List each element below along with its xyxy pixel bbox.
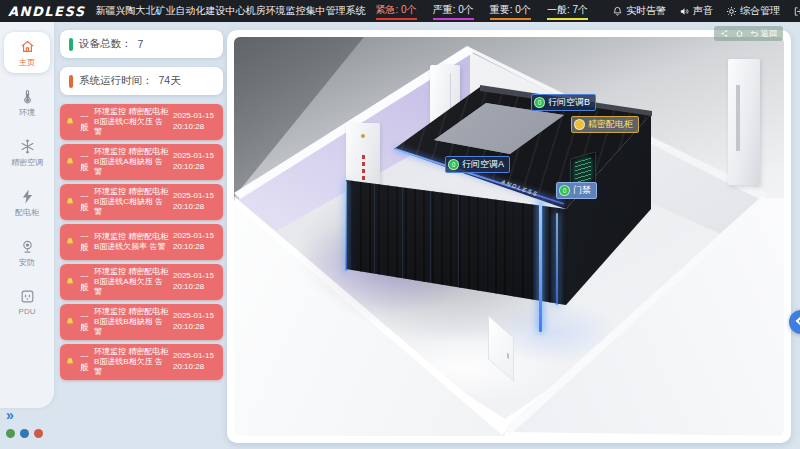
admin-management-button[interactable]: 综合管理 (726, 4, 780, 18)
room-3d-viewport[interactable]: ANDLESS 0 行间空调B 精密配电柜 0 行间空调A 0 门禁 (234, 37, 784, 436)
sound-button[interactable]: 声音 (679, 4, 713, 18)
severity-badge: 一般 (79, 312, 90, 332)
socket-icon (19, 288, 36, 305)
marker-status-dot: 0 (448, 159, 459, 170)
severity-badge: 一般 (79, 112, 90, 132)
sidebar-nav: 主页 环境 精密空调 配电柜 安防 PDU (0, 22, 54, 408)
logout-button[interactable]: 注销(admin) (793, 4, 800, 18)
alarm-date: 2025-01-15 (173, 111, 214, 120)
alarm-row[interactable]: 一般 环境监控 精密配电柜 B面进线B相缺相 告警 2025-01-1520:1… (60, 304, 223, 340)
severity-badge: 一般 (79, 352, 90, 372)
alarm-count-general[interactable]: 一般: 7个 (547, 3, 588, 20)
scene-back-button[interactable]: 返回 (750, 28, 777, 39)
severity-badge: 一般 (79, 192, 90, 212)
alarm-message: 环境监控 精密配电柜 B面进线B相缺相 告警 (94, 307, 169, 337)
status-dots (6, 429, 43, 438)
accent-bar (69, 38, 73, 51)
alarm-time: 20:10:28 (173, 202, 204, 211)
share-icon[interactable] (720, 29, 729, 38)
uptime-value: 74天 (159, 74, 181, 88)
marker-status-dot: 0 (534, 97, 545, 108)
alarm-message: 环境监控 精密配电柜 B面进线A相缺相 告警 (94, 147, 169, 177)
alarm-message: 环境监控 精密配电柜 B面进线A相欠压 告警 (94, 267, 169, 297)
chevron-left-icon (796, 317, 800, 325)
led-strip (556, 213, 558, 305)
sidebar-item-security[interactable]: 安防 (4, 232, 50, 273)
sidebar-item-environment[interactable]: 环境 (4, 82, 50, 123)
topbar: ANDLESS 新疆兴陶大北矿业自动化建设中心机房环境监控集中管理系统 紧急: … (0, 0, 800, 22)
alarm-date: 2025-01-15 (173, 231, 214, 240)
alarm-row[interactable]: 一般 环境监控 精密配电柜 B面进线B相欠压 告警 2025-01-1520:1… (60, 344, 223, 380)
marker-status-dot (574, 119, 585, 130)
sidebar-item-home[interactable]: 主页 (4, 32, 50, 73)
topbar-buttons: 实时告警 声音 综合管理 注销(admin) (612, 4, 800, 18)
alarm-message: 环境监控 精密配电柜 B面进线欠频率 告警 (94, 232, 169, 252)
sidebar-expand-toggle[interactable]: » (6, 407, 12, 423)
sidebar-item-precision-ac[interactable]: 精密空调 (4, 132, 50, 173)
bell-icon (612, 6, 623, 17)
marker-access-control[interactable]: 0 门禁 (556, 182, 597, 199)
alarm-bell-icon (65, 277, 75, 287)
alarm-date: 2025-01-15 (173, 311, 214, 320)
lightning-icon (19, 188, 36, 205)
alarm-row[interactable]: 一般 环境监控 精密配电柜 B面进线A相缺相 告警 2025-01-1520:1… (60, 144, 223, 180)
led-strip (345, 181, 347, 271)
alarm-time: 20:10:28 (173, 162, 204, 171)
alarm-counters: 紧急: 0个 严重: 0个 重要: 0个 一般: 7个 (376, 3, 589, 20)
alarm-bell-icon (65, 357, 75, 367)
home-icon (19, 38, 36, 55)
status-dot-blue (20, 429, 29, 438)
scene-toolbar: 返回 (714, 26, 783, 41)
alarm-bell-icon (65, 157, 75, 167)
marker-power-cabinet[interactable]: 精密配电柜 (571, 116, 639, 133)
severity-badge: 一般 (79, 272, 90, 292)
left-panel: 设备总数： 7 系统运行时间： 74天 一般 环境监控 精密配电柜 B面进线C相… (60, 30, 223, 449)
alarm-time: 20:10:28 (173, 282, 204, 291)
led-strip (539, 202, 542, 332)
thermometer-icon (19, 88, 36, 105)
brand-logo: ANDLESS (8, 4, 86, 19)
status-dot-green (6, 429, 15, 438)
marker-row-ac-b[interactable]: 0 行间空调B (531, 94, 596, 111)
snowflake-icon (19, 138, 36, 155)
alarm-message: 环境监控 精密配电柜 B面进线C相缺相 告警 (94, 187, 169, 217)
device-total-value: 7 (138, 38, 144, 50)
alarm-bell-icon (65, 117, 75, 127)
alarm-time: 20:10:28 (173, 242, 204, 251)
severity-badge: 一般 (79, 152, 90, 172)
alarm-row[interactable]: 一般 环境监控 精密配电柜 B面进线C相欠压 告警 2025-01-1520:1… (60, 104, 223, 140)
accent-bar (69, 75, 73, 88)
home-icon[interactable] (735, 29, 744, 38)
main-3d-panel: ANDLESS 0 行间空调B 精密配电柜 0 行间空调A 0 门禁 (227, 30, 791, 443)
alarm-row[interactable]: 一般 环境监控 精密配电柜 B面进线A相欠压 告警 2025-01-1520:1… (60, 264, 223, 300)
marker-status-dot: 0 (559, 185, 570, 196)
alarm-count-important[interactable]: 重要: 0个 (490, 3, 531, 20)
status-dot-red (34, 429, 43, 438)
alarm-message: 环境监控 精密配电柜 B面进线C相欠压 告警 (94, 107, 169, 137)
alarm-time: 20:10:28 (173, 322, 204, 331)
alarm-row[interactable]: 一般 环境监控 精密配电柜 B面进线C相缺相 告警 2025-01-1520:1… (60, 184, 223, 220)
alarm-message: 环境监控 精密配电柜 B面进线B相欠压 告警 (94, 347, 169, 377)
device-total-card: 设备总数： 7 (60, 30, 223, 58)
alarm-list[interactable]: 一般 环境监控 精密配电柜 B面进线C相欠压 告警 2025-01-1520:1… (60, 104, 223, 380)
logout-icon (793, 6, 800, 17)
alarm-count-critical[interactable]: 紧急: 0个 (376, 3, 417, 20)
undo-icon (750, 29, 759, 38)
alarm-count-severe[interactable]: 严重: 0个 (433, 3, 474, 20)
alarm-bell-icon (65, 237, 75, 247)
alarm-row[interactable]: 一般 环境监控 精密配电柜 B面进线欠频率 告警 2025-01-1520:10… (60, 224, 223, 260)
marker-row-ac-a[interactable]: 0 行间空调A (445, 156, 510, 173)
alarm-bell-icon (65, 197, 75, 207)
speaker-icon (679, 6, 690, 17)
alarm-date: 2025-01-15 (173, 191, 214, 200)
sidebar-item-pdu[interactable]: PDU (4, 282, 50, 321)
alarm-date: 2025-01-15 (173, 351, 214, 360)
system-title: 新疆兴陶大北矿业自动化建设中心机房环境监控集中管理系统 (96, 4, 366, 18)
alarm-date: 2025-01-15 (173, 271, 214, 280)
alarm-bell-icon (65, 317, 75, 327)
alarm-date: 2025-01-15 (173, 151, 214, 160)
alarm-time: 20:10:28 (173, 362, 204, 371)
uptime-card: 系统运行时间： 74天 (60, 67, 223, 95)
realtime-alarm-button[interactable]: 实时告警 (612, 4, 666, 18)
sidebar-item-power-cabinet[interactable]: 配电柜 (4, 182, 50, 223)
